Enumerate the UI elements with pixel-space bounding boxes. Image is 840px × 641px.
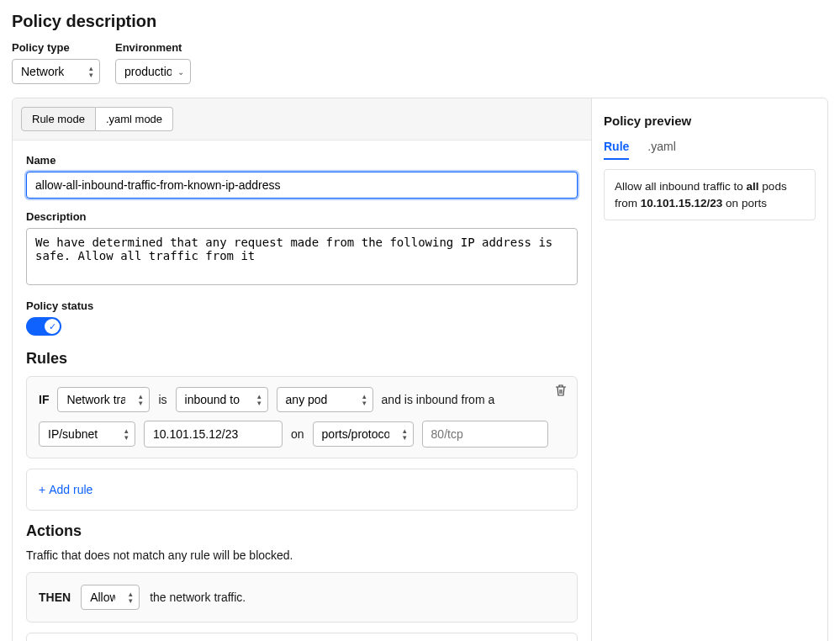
preview-segment: Allow all inbound traffic to: [615, 180, 747, 193]
main-panel: Rule mode.yaml mode Name Description We …: [12, 98, 828, 641]
preview-bold: 10.101.15.12/23: [641, 197, 723, 209]
actions-subtext: Traffic that does not match any rule wil…: [26, 548, 578, 562]
rule-card: IF Network traffic ▴▾ is inbound to ▴▾ a…: [26, 376, 578, 458]
preview-title: Policy preview: [604, 114, 816, 128]
on-text: on: [291, 427, 304, 441]
check-icon: ✓: [49, 321, 56, 332]
from-text: and is inbound from a: [382, 393, 495, 406]
environment-select[interactable]: production: [115, 59, 191, 84]
ports-input[interactable]: [422, 421, 548, 448]
tab-yaml-mode[interactable]: .yaml mode: [96, 107, 173, 131]
action-card: THEN Allow ▴▾ the network traffic.: [26, 572, 578, 622]
add-alert-card: + Add alert: [26, 633, 578, 641]
traffic-type-select[interactable]: Network traffic: [57, 387, 150, 412]
preview-segment: on ports: [722, 197, 767, 209]
target-select[interactable]: any pod: [277, 387, 373, 412]
description-label: Description: [26, 210, 578, 223]
plus-icon: +: [39, 483, 45, 496]
preview-bold: all: [747, 180, 759, 193]
is-text: is: [158, 393, 166, 406]
delete-rule-button[interactable]: [555, 384, 567, 400]
tab-rule-mode[interactable]: Rule mode: [21, 107, 96, 131]
add-rule-button[interactable]: + Add rule: [39, 479, 92, 500]
trash-icon: [555, 384, 567, 397]
action-suffix: the network traffic.: [150, 591, 246, 604]
preview-tab-rule[interactable]: Rule: [604, 140, 629, 160]
source-type-select[interactable]: IP/subnet: [39, 421, 135, 447]
add-rule-card: + Add rule: [26, 469, 578, 511]
if-label: IF: [39, 393, 49, 406]
page-title: Policy description: [12, 12, 828, 31]
actions-heading: Actions: [26, 522, 578, 540]
name-label: Name: [26, 154, 578, 167]
policy-type-field: Policy type Network ▴▾: [12, 41, 100, 84]
action-verb-select[interactable]: Allow: [81, 585, 140, 610]
policy-status-toggle[interactable]: ✓: [26, 317, 61, 336]
preview-panel: Policy preview Rule .yaml Allow all inbo…: [592, 98, 827, 641]
mode-bar: Rule mode.yaml mode: [13, 98, 591, 140]
environment-label: Environment: [115, 41, 191, 54]
add-rule-label: Add rule: [49, 483, 92, 496]
policy-status-label: Policy status: [26, 299, 578, 312]
ip-subnet-input[interactable]: [144, 421, 283, 448]
policy-type-select[interactable]: Network: [12, 59, 100, 84]
preview-text: Allow all inbound traffic to all pods fr…: [604, 169, 816, 220]
preview-tab-yaml[interactable]: .yaml: [647, 140, 675, 160]
environment-field: Environment production ⌄: [115, 41, 191, 84]
rules-heading: Rules: [26, 350, 578, 368]
then-label: THEN: [39, 591, 71, 604]
ports-type-select[interactable]: ports/protocols: [313, 421, 414, 447]
name-input[interactable]: [26, 172, 578, 199]
policy-type-label: Policy type: [12, 41, 100, 54]
direction-select[interactable]: inbound to: [176, 387, 268, 412]
description-textarea[interactable]: We have determined that any request made…: [26, 228, 578, 285]
